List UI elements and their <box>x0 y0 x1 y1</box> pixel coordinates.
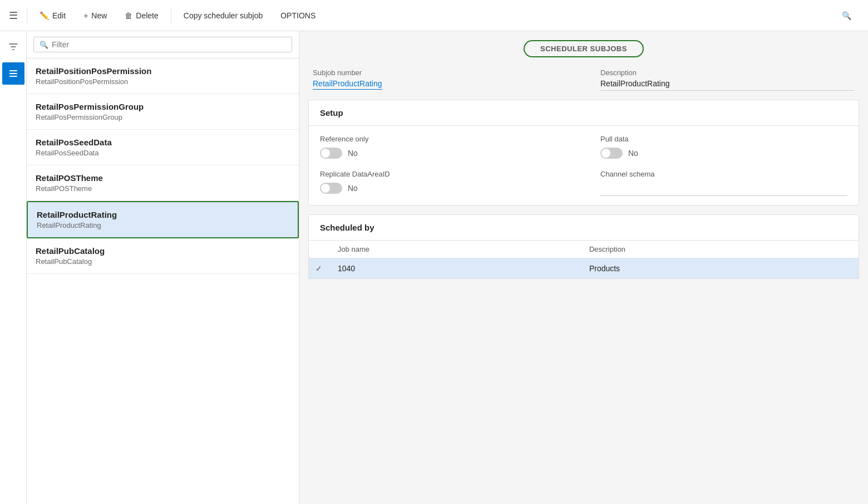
table-row[interactable]: ✓ 1040 Products <box>309 258 859 279</box>
list-item[interactable]: RetailPosPermissionGroup RetailPosPermis… <box>27 94 299 130</box>
pull-data-value: No <box>628 149 638 158</box>
check-icon: ✓ <box>315 264 322 273</box>
list-item[interactable]: RetailProductRating RetailProductRating <box>27 201 299 238</box>
channel-schema-value <box>600 183 847 196</box>
pull-data-label: Pull data <box>600 135 847 143</box>
list-item-subtitle: RetailPositionPosPermission <box>36 77 290 86</box>
edit-button[interactable]: ✏️ Edit <box>32 7 73 25</box>
delete-icon: 🗑 <box>125 11 132 20</box>
row-check: ✓ <box>309 258 331 279</box>
replicate-label: Replicate DataAreaID <box>320 170 567 178</box>
search-icon: 🔍 <box>842 11 851 20</box>
reference-only-toggle-row: No <box>320 148 567 159</box>
channel-schema-label: Channel schema <box>600 170 847 178</box>
col-check <box>309 241 331 258</box>
setup-grid: Reference only No Pull data No <box>320 135 847 196</box>
options-label: OPTIONS <box>280 11 315 20</box>
list-item-subtitle: RetailPosPermissionGroup <box>36 113 290 121</box>
toolbar: ☰ ✏️ Edit + New 🗑 Delete Copy scheduler … <box>0 0 868 31</box>
replicate-toggle[interactable] <box>320 183 342 194</box>
list-item-title: RetailPosPermissionGroup <box>36 102 290 111</box>
pull-data-toggle-row: No <box>600 148 847 159</box>
new-button[interactable]: + New <box>76 7 115 25</box>
scheduled-by-header: Scheduled by <box>309 215 859 241</box>
scheduled-by-table: Job name Description ✓ 1040 Products <box>309 241 859 278</box>
reference-only-label: Reference only <box>320 135 567 143</box>
plus-icon: + <box>83 11 88 20</box>
detail-panel: SCHEDULER SUBJOBS Subjob number RetailPr… <box>299 31 868 504</box>
list-item[interactable]: RetailPositionPosPermission RetailPositi… <box>27 58 299 94</box>
nav-filter-icon[interactable] <box>2 36 24 58</box>
list-panel: 🔍 RetailPositionPosPermission RetailPosi… <box>27 31 299 504</box>
list-item-subtitle: RetailProductRating <box>37 221 289 229</box>
pull-data-toggle[interactable] <box>600 148 623 159</box>
delete-button[interactable]: 🗑 Delete <box>117 7 166 25</box>
edit-label: Edit <box>52 11 66 20</box>
setup-card-header: Setup <box>309 100 859 126</box>
col-job-name: Job name <box>331 241 583 258</box>
edit-icon: ✏️ <box>40 11 49 20</box>
list-item-title: RetailPositionPosPermission <box>36 66 290 76</box>
subjob-number-col: Subjob number RetailProductRating <box>313 68 567 91</box>
new-label: New <box>91 11 107 20</box>
copy-subjob-button[interactable]: Copy scheduler subjob <box>176 7 270 25</box>
scheduled-by-table-wrapper: Job name Description ✓ 1040 Products <box>309 241 859 278</box>
list-item[interactable]: RetailPOSTheme RetailPOSTheme <box>27 165 299 201</box>
scheduler-badge: SCHEDULER SUBJOBS <box>524 40 644 57</box>
reference-only-value: No <box>348 149 358 158</box>
delete-label: Delete <box>136 11 158 20</box>
scheduler-badge-wrapper: SCHEDULER SUBJOBS <box>313 40 855 57</box>
description-value: RetailProductRating <box>600 79 855 91</box>
replicate-field: Replicate DataAreaID No <box>320 170 567 196</box>
detail-header: SCHEDULER SUBJOBS <box>299 31 868 63</box>
list-scroll-area: RetailPositionPosPermission RetailPositi… <box>27 58 299 504</box>
options-button[interactable]: OPTIONS <box>273 7 323 25</box>
divider-1 <box>27 8 27 23</box>
filter-bar: 🔍 <box>27 31 299 58</box>
row-description: Products <box>583 258 859 279</box>
list-item-title: RetailPOSTheme <box>36 173 290 183</box>
hamburger-icon[interactable]: ☰ <box>9 9 18 22</box>
nav-rail <box>0 31 27 504</box>
list-item-title: RetailPosSeedData <box>36 138 290 147</box>
list-item[interactable]: RetailPubCatalog RetailPubCatalog <box>27 238 299 274</box>
svg-rect-2 <box>9 76 17 77</box>
subjob-number-label: Subjob number <box>313 68 567 77</box>
list-item-title: RetailPubCatalog <box>36 246 290 256</box>
col-description: Description <box>583 241 859 258</box>
replicate-toggle-row: No <box>320 183 567 194</box>
filter-search-icon: 🔍 <box>40 41 48 49</box>
row-job-name: 1040 <box>331 258 583 279</box>
subjob-number-value[interactable]: RetailProductRating <box>313 79 382 90</box>
search-button[interactable]: 🔍 <box>834 7 859 25</box>
list-item-title: RetailProductRating <box>37 210 289 219</box>
nav-list-icon[interactable] <box>2 62 24 85</box>
field-row: Subjob number RetailProductRating Descri… <box>299 63 868 100</box>
list-item-subtitle: RetailPosSeedData <box>36 149 290 157</box>
filter-input-wrapper[interactable]: 🔍 <box>33 37 292 52</box>
description-col: Description RetailProductRating <box>600 68 855 91</box>
channel-schema-field: Channel schema <box>600 170 847 196</box>
description-label: Description <box>600 68 855 77</box>
reference-only-toggle[interactable] <box>320 148 342 159</box>
list-item[interactable]: RetailPosSeedData RetailPosSeedData <box>27 130 299 165</box>
replicate-value: No <box>348 184 358 193</box>
pull-data-field: Pull data No <box>600 135 847 159</box>
copy-label: Copy scheduler subjob <box>184 11 263 20</box>
list-item-subtitle: RetailPubCatalog <box>36 257 290 266</box>
setup-card-body: Reference only No Pull data No <box>309 126 859 205</box>
reference-only-field: Reference only No <box>320 135 567 159</box>
scheduled-by-card: Scheduled by Job name Description ✓ 1040… <box>308 214 859 279</box>
svg-rect-0 <box>9 70 17 71</box>
list-item-subtitle: RetailPOSTheme <box>36 184 290 193</box>
svg-rect-1 <box>9 73 17 74</box>
table-header-row: Job name Description <box>309 241 859 258</box>
setup-card: Setup Reference only No Pull data <box>308 100 859 205</box>
filter-input[interactable] <box>52 40 286 49</box>
divider-2 <box>171 8 171 23</box>
main-layout: 🔍 RetailPositionPosPermission RetailPosi… <box>0 31 868 504</box>
